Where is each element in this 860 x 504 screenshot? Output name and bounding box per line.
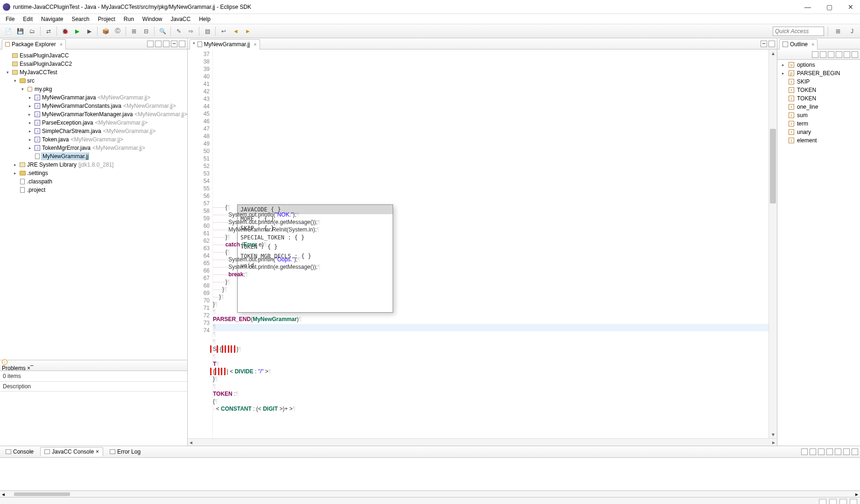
tree-item[interactable]: EssaiPluginJavaCC2 xyxy=(19,61,72,67)
menu-edit[interactable]: Edit xyxy=(20,15,35,23)
scroll-up-icon[interactable]: ▴ xyxy=(769,49,777,57)
tree-twisty[interactable]: ▸ xyxy=(26,137,34,142)
problems-col-description[interactable]: Description xyxy=(0,382,34,391)
problems-tab[interactable]: ! Problems × xyxy=(2,359,30,371)
outline-item[interactable]: TOKEN xyxy=(797,87,816,93)
maximize-icon[interactable] xyxy=(852,448,858,455)
scroll-down-icon[interactable]: ▾ xyxy=(769,431,777,438)
search-icon[interactable]: 🔍 xyxy=(158,27,167,36)
tree-item[interactable]: src xyxy=(26,77,35,84)
tree-twisty[interactable]: ▸ xyxy=(26,129,34,133)
scroll-right-icon[interactable]: ▸ xyxy=(772,439,775,446)
nav-icon[interactable]: ⇨ xyxy=(186,27,196,36)
new-pkg-icon[interactable]: 📦 xyxy=(101,27,110,36)
menu-javacc[interactable]: JavaCC xyxy=(168,15,194,23)
tree-item[interactable]: MyNewGrammar.java xyxy=(41,94,96,101)
tree-twisty[interactable]: ▸ xyxy=(11,171,19,175)
menu-window[interactable]: Window xyxy=(140,15,165,23)
outline-tool-icon[interactable] xyxy=(844,51,850,58)
tree-item[interactable]: .classpath xyxy=(26,178,52,185)
scroll-left-icon[interactable]: ◂ xyxy=(190,439,192,446)
tree-item[interactable]: SimpleCharStream.java xyxy=(41,128,101,134)
close-icon[interactable]: × xyxy=(96,448,99,455)
bottom-tab[interactable]: Console xyxy=(2,448,37,456)
tree-item[interactable]: .settings xyxy=(26,170,48,176)
back-icon[interactable]: ◄ xyxy=(231,27,240,36)
scroll-left-icon[interactable]: ◂ xyxy=(2,491,5,497)
console-tool-icon[interactable] xyxy=(810,448,816,455)
close-icon[interactable]: × xyxy=(27,365,30,371)
tree-twisty[interactable]: ▸ xyxy=(26,146,34,150)
ext-tools-icon[interactable]: ▶ xyxy=(85,27,94,36)
open-type-icon[interactable]: ⊞ xyxy=(129,27,139,36)
tree-twisty[interactable]: ▸ xyxy=(11,162,19,167)
run-icon[interactable]: ▶ xyxy=(72,27,82,36)
tree-item[interactable]: Token.java xyxy=(41,136,69,143)
package-explorer-tree[interactable]: EssaiPluginJavaCCEssaiPluginJavaCC2▾MyJa… xyxy=(0,49,187,360)
menu-run[interactable]: Run xyxy=(121,15,137,23)
bottom-tab[interactable]: Error Log xyxy=(106,448,144,456)
outline-tool-icon[interactable] xyxy=(820,51,826,58)
new-icon[interactable]: 📄 xyxy=(3,27,13,36)
editor-vscroll[interactable]: ▴ ▾ xyxy=(768,49,777,438)
console-tool-icon[interactable] xyxy=(818,448,825,455)
save-icon[interactable]: 💾 xyxy=(15,27,25,36)
console-tool-icon[interactable] xyxy=(801,448,808,455)
tree-twisty[interactable]: ▾ xyxy=(11,78,19,83)
minimize-icon[interactable]: – xyxy=(171,41,177,47)
menu-help[interactable]: Help xyxy=(196,15,213,23)
annotation-icon[interactable]: ✎ xyxy=(174,27,183,36)
outline-item[interactable]: SKIP xyxy=(797,78,810,85)
minimize-button[interactable]: — xyxy=(801,3,814,11)
menu-search[interactable]: Search xyxy=(69,15,92,23)
link-editor-icon[interactable] xyxy=(155,41,162,47)
console-body[interactable] xyxy=(0,458,860,490)
close-button[interactable]: ✕ xyxy=(844,3,857,11)
status-icon[interactable] xyxy=(839,499,847,504)
tree-twisty[interactable]: ▾ xyxy=(4,70,11,75)
last-edit-icon[interactable]: ↩ xyxy=(219,27,228,36)
close-icon[interactable]: × xyxy=(254,42,256,47)
tree-item[interactable]: ParseException.java xyxy=(41,119,93,126)
menu-navigate[interactable]: Navigate xyxy=(38,15,66,23)
switch-icon[interactable]: ⇄ xyxy=(44,27,53,36)
tree-twisty[interactable]: ▸ xyxy=(26,112,34,117)
tree-twisty[interactable]: ▾ xyxy=(19,87,26,91)
minimize-icon[interactable]: – xyxy=(30,362,34,369)
saveall-icon[interactable]: 🗂 xyxy=(28,27,37,36)
menu-project[interactable]: Project xyxy=(95,15,118,23)
editor-area[interactable]: 3738394041424344454647484950515253545556… xyxy=(188,49,777,438)
minimize-icon[interactable] xyxy=(843,448,850,455)
tree-item[interactable]: EssaiPluginJavaCC xyxy=(19,52,69,59)
tree-item[interactable]: TokenMgrError.java xyxy=(41,145,91,151)
outline-item[interactable]: term xyxy=(797,120,808,127)
close-icon[interactable]: × xyxy=(60,42,63,47)
outline-tool-icon[interactable] xyxy=(828,51,834,58)
tree-twisty[interactable]: ▸ xyxy=(26,104,34,108)
minimize-icon[interactable]: – xyxy=(761,41,767,47)
debug-icon[interactable]: 🐞 xyxy=(60,27,70,36)
outline-item[interactable]: PARSER_BEGIN xyxy=(797,70,840,77)
code-area[interactable]: JAVACODE { }MORE : { }SKIP : { }SPECIAL_… xyxy=(213,49,768,438)
console-tool-icon[interactable] xyxy=(835,448,841,455)
maximize-icon[interactable] xyxy=(768,41,775,47)
open-task-icon[interactable]: ⊟ xyxy=(141,27,151,36)
outline-tool-icon[interactable] xyxy=(852,51,858,58)
maximize-button[interactable]: ▢ xyxy=(823,3,836,11)
tree-twisty[interactable]: ▸ xyxy=(26,95,34,100)
outline-item[interactable]: options xyxy=(797,62,815,68)
java-perspective-icon[interactable]: J xyxy=(847,27,857,36)
tree-item[interactable]: MyNewGrammarConstants.java xyxy=(41,103,121,109)
forward-icon[interactable]: ► xyxy=(243,27,253,36)
status-icon[interactable] xyxy=(819,499,826,504)
tree-item[interactable]: MyJavaCCTest xyxy=(19,69,57,76)
outline-item[interactable]: unary xyxy=(797,129,811,135)
menu-file[interactable]: File xyxy=(3,15,17,23)
view-menu-icon[interactable] xyxy=(163,41,169,47)
outline-tool-icon[interactable] xyxy=(836,51,842,58)
new-class-icon[interactable]: Ⓒ xyxy=(113,27,122,36)
console-tool-icon[interactable] xyxy=(826,448,833,455)
tree-item[interactable]: my.pkg xyxy=(34,86,52,92)
outline-tool-icon[interactable] xyxy=(812,51,818,58)
outline-item[interactable]: TOKEN xyxy=(797,95,816,102)
